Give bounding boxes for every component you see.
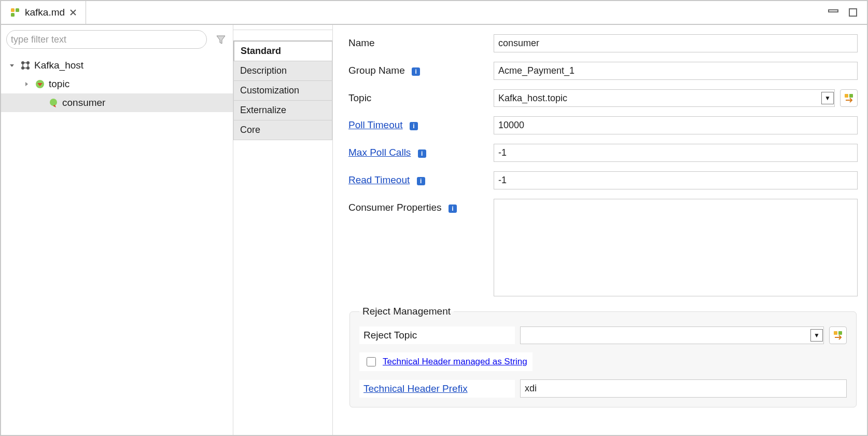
topic-select[interactable]: Kafka_host.topic — [494, 89, 835, 107]
tab-customization[interactable]: Customization — [233, 81, 332, 101]
svg-rect-14 — [838, 331, 842, 335]
label-tech-header-prefix: Technical Header Prefix — [359, 380, 515, 398]
info-icon[interactable]: i — [410, 122, 418, 130]
tab-standard[interactable]: Standard — [233, 40, 332, 61]
tech-header-string-input[interactable] — [367, 357, 376, 366]
label-consumer-properties: Consumer Properties i — [348, 199, 494, 213]
poll-timeout-link[interactable]: Poll Timeout — [348, 119, 403, 130]
label-group-name: Group Name i — [348, 62, 494, 76]
properties-form: Name Group Name i Topic Kafka_host.topic — [333, 25, 867, 435]
chevron-down-icon[interactable]: ▼ — [810, 329, 823, 342]
tech-header-string-checkbox[interactable]: Technical Header managed as String — [359, 352, 533, 371]
read-timeout-field[interactable] — [494, 171, 858, 189]
label-max-poll-calls: Max Poll Calls i — [348, 144, 494, 158]
chevron-down-icon[interactable] — [7, 61, 17, 70]
tab-core[interactable]: Core — [233, 120, 332, 140]
max-poll-calls-field[interactable] — [494, 144, 858, 162]
tree-node-kafka-host[interactable]: Kafka_host — [1, 56, 233, 75]
tree-node-consumer[interactable]: consumer — [1, 93, 233, 112]
tech-header-prefix-link[interactable]: Technical Header Prefix — [363, 383, 468, 394]
label-name: Name — [348, 34, 494, 49]
tree-node-label: consumer — [62, 97, 105, 108]
svg-rect-4 — [849, 9, 857, 16]
read-timeout-link[interactable]: Read Timeout — [348, 174, 410, 185]
info-icon[interactable]: i — [449, 205, 457, 213]
svg-rect-1 — [16, 8, 19, 12]
label-read-timeout: Read Timeout i — [348, 171, 494, 186]
consumer-icon — [48, 97, 59, 108]
close-icon[interactable] — [69, 8, 77, 17]
tab-description[interactable]: Description — [233, 61, 332, 81]
reject-management-group: Reject Management Reject Topic ▼ — [349, 306, 857, 407]
navigator-tree: Kafka_host topic — [1, 54, 233, 112]
svg-rect-3 — [829, 10, 838, 12]
reject-topic-select[interactable] — [520, 326, 824, 344]
minimize-icon[interactable] — [828, 9, 839, 16]
svg-rect-13 — [834, 331, 837, 335]
filter-input[interactable] — [6, 30, 207, 49]
label-poll-timeout: Poll Timeout i — [348, 116, 494, 131]
tab-externalize[interactable]: Externalize — [233, 101, 332, 120]
group-name-field[interactable] — [494, 62, 858, 80]
server-icon — [20, 60, 31, 71]
svg-rect-11 — [845, 94, 848, 98]
property-tabs: Standard Description Customization Exter… — [233, 40, 332, 140]
maximize-icon[interactable] — [848, 8, 858, 17]
name-field[interactable] — [494, 34, 858, 52]
max-poll-calls-link[interactable]: Max Poll Calls — [348, 147, 411, 158]
file-icon — [9, 7, 21, 18]
info-icon[interactable]: i — [412, 67, 420, 76]
reject-legend: Reject Management — [359, 306, 454, 317]
topic-icon — [34, 78, 46, 90]
svg-point-10 — [50, 99, 57, 106]
tree-node-label: topic — [49, 78, 69, 90]
poll-timeout-field[interactable] — [494, 116, 858, 134]
label-topic: Topic — [348, 89, 494, 104]
info-icon[interactable]: i — [417, 177, 425, 185]
browse-reject-topic-button[interactable] — [829, 326, 847, 344]
tree-node-label: Kafka_host — [34, 60, 83, 71]
editor-tab-kafka[interactable]: kafka.md — [1, 1, 86, 24]
label-reject-topic: Reject Topic — [359, 326, 515, 344]
browse-topic-button[interactable] — [840, 89, 858, 107]
tech-header-string-link[interactable]: Technical Header managed as String — [383, 357, 527, 367]
tree-node-topic[interactable]: topic — [1, 75, 233, 93]
svg-rect-12 — [849, 94, 853, 98]
editor-tabstrip: kafka.md — [1, 1, 867, 25]
chevron-down-icon[interactable]: ▼ — [821, 92, 834, 104]
editor-tab-label: kafka.md — [25, 7, 65, 18]
filter-icon[interactable] — [214, 33, 228, 46]
info-icon[interactable]: i — [418, 149, 426, 158]
tech-header-prefix-field[interactable] — [520, 379, 847, 398]
svg-rect-0 — [11, 8, 15, 12]
chevron-right-icon[interactable] — [22, 79, 31, 89]
consumer-properties-field[interactable] — [494, 199, 858, 296]
svg-rect-2 — [11, 13, 15, 17]
